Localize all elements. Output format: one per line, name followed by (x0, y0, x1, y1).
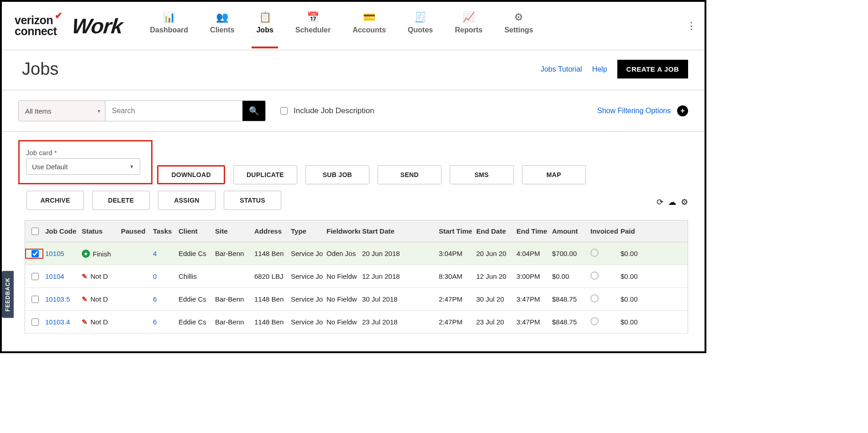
search-input[interactable] (105, 101, 242, 121)
include-description-toggle[interactable]: Include Job Description (279, 106, 374, 116)
toolbar-row-1: DOWNLOAD DUPLICATE SUB JOB SEND SMS MAP (157, 165, 585, 184)
row-checkbox[interactable] (32, 296, 39, 303)
col-header[interactable]: Invoiced (589, 227, 619, 235)
feedback-tab[interactable]: FEEDBACK (2, 271, 14, 318)
row-checkbox[interactable] (32, 273, 39, 280)
col-header[interactable]: Address (253, 227, 289, 235)
gear-icon[interactable]: ⚙ (681, 197, 688, 207)
nav-label: Accounts (352, 26, 386, 34)
duplicate-button[interactable]: DUPLICATE (233, 165, 297, 184)
job-code-link[interactable]: 10103.4 (45, 318, 70, 326)
tasks-link[interactable]: 6 (153, 318, 157, 326)
tasks-link[interactable]: 4 (153, 250, 157, 257)
tasks-cell: 6 (151, 318, 177, 326)
col-header[interactable]: Start Time (437, 227, 474, 235)
table-row[interactable]: 10103.5Not D6Eddie CsBar-Benn1148 BenSer… (25, 288, 688, 311)
nav-label: Settings (505, 26, 533, 34)
job-code-cell: 10105 (43, 250, 80, 257)
nav-item-scheduler[interactable]: 📅Scheduler (295, 11, 331, 41)
include-description-label: Include Job Description (294, 106, 374, 115)
refresh-icon[interactable]: ⟳ (657, 197, 663, 207)
type-cell: Service Jo (289, 318, 325, 326)
send-button[interactable]: SEND (378, 165, 442, 184)
nav-item-clients[interactable]: 👥Clients (210, 11, 234, 41)
fieldworker-cell: No Fieldw (325, 295, 360, 303)
nav-item-dashboard[interactable]: 📊Dashboard (150, 11, 189, 41)
jobcard-select[interactable]: Use Default ▼ (26, 158, 140, 175)
nav-item-accounts[interactable]: 💳Accounts (352, 11, 386, 41)
nav-item-quotes[interactable]: 🧾Quotes (408, 11, 433, 41)
tasks-cell: 4 (151, 250, 177, 257)
job-code-link[interactable]: 10104 (45, 272, 64, 280)
end-date-cell: 30 Jul 20 (474, 295, 515, 303)
end-date-cell: 12 Jun 20 (474, 272, 515, 280)
create-job-button[interactable]: CREATE A JOB (617, 60, 688, 78)
nav-item-jobs[interactable]: 📋Jobs (256, 11, 273, 41)
start-date-cell: 20 Jun 2018 (360, 250, 437, 257)
sms-button[interactable]: SMS (450, 165, 514, 184)
nav-item-settings[interactable]: ⚙Settings (505, 11, 533, 41)
tasks-link[interactable]: 0 (153, 272, 157, 280)
select-all-checkbox[interactable] (32, 228, 39, 235)
table-row[interactable]: 10103.4Not D6Eddie CsBar-Benn1148 BenSer… (25, 311, 688, 334)
col-header[interactable]: Start Date (360, 227, 437, 235)
brand-block: verizon✔ connect Work (15, 14, 123, 38)
verizon-check-icon: ✔ (55, 11, 63, 20)
delete-button[interactable]: DELETE (92, 191, 150, 210)
col-header[interactable]: Paused (119, 227, 151, 235)
job-code-cell: 10103.4 (43, 318, 80, 326)
table-row[interactable]: 10104Not D0Chillis6820 LBJService JoNo F… (25, 265, 688, 288)
col-header[interactable]: Tasks (151, 227, 177, 235)
search-combo: All Items 🔍 (18, 100, 266, 121)
invoiced-indicator-icon (590, 271, 599, 280)
overflow-menu-icon[interactable]: ⋮ (686, 20, 700, 32)
job-code-link[interactable]: 10105 (45, 250, 64, 257)
show-filtering-options-link[interactable]: Show Filtering Options (597, 107, 671, 115)
page-title: Jobs (22, 59, 58, 79)
archive-button[interactable]: ARCHIVE (26, 191, 84, 210)
col-header[interactable] (25, 226, 43, 236)
col-header[interactable]: Amount (550, 227, 589, 235)
map-button[interactable]: MAP (522, 165, 586, 184)
col-header[interactable]: Job Code (43, 227, 80, 235)
amount-cell: $848.75 (550, 295, 589, 303)
fieldworker-cell: Oden Jos (325, 250, 360, 257)
tasks-link[interactable]: 6 (153, 295, 157, 303)
help-link[interactable]: Help (592, 65, 607, 73)
start-time-cell: 2:47PM (437, 318, 474, 326)
address-cell: 1148 Ben (253, 295, 289, 303)
start-time-cell: 2:47PM (437, 295, 474, 303)
download-button[interactable]: DOWNLOAD (157, 165, 225, 184)
type-cell: Service Jo (289, 272, 325, 280)
col-header[interactable]: Type (289, 227, 325, 235)
nav-icon: 📋 (259, 11, 271, 23)
search-button[interactable]: 🔍 (242, 101, 265, 121)
assign-button[interactable]: ASSIGN (158, 191, 216, 210)
address-cell: 1148 Ben (253, 318, 289, 326)
cloud-icon[interactable]: ☁ (668, 197, 676, 207)
include-description-checkbox[interactable] (280, 107, 288, 115)
col-header[interactable]: Status (80, 227, 119, 235)
job-code-link[interactable]: 10103.5 (45, 295, 70, 303)
col-header[interactable]: Fieldworker (325, 227, 360, 235)
status-button[interactable]: STATUS (224, 191, 281, 210)
site-cell: Bar-Benn (213, 295, 253, 303)
col-header[interactable]: End Time (515, 227, 550, 235)
client-cell: Chillis (177, 272, 213, 280)
add-filter-button[interactable]: + (677, 105, 688, 116)
row-checkbox[interactable] (32, 250, 39, 257)
col-header[interactable]: End Date (474, 227, 515, 235)
scope-select[interactable]: All Items (19, 101, 105, 121)
paid-cell: $0.00 (619, 318, 644, 326)
table-row[interactable]: 10105Finish4Eddie CsBar-Benn1148 BenServ… (25, 242, 688, 265)
jobs-tutorial-link[interactable]: Jobs Tutorial (541, 65, 582, 73)
col-header[interactable]: Site (213, 227, 253, 235)
nav-item-reports[interactable]: 📈Reports (455, 11, 482, 41)
row-checkbox[interactable] (32, 318, 39, 326)
status-value: Not D (82, 295, 108, 303)
subjob-button[interactable]: SUB JOB (305, 165, 369, 184)
end-time-cell: 4:04PM (515, 250, 550, 257)
col-header[interactable]: Client (177, 227, 213, 235)
amount-cell: $0.00 (550, 272, 589, 280)
col-header[interactable]: Paid (619, 227, 644, 235)
